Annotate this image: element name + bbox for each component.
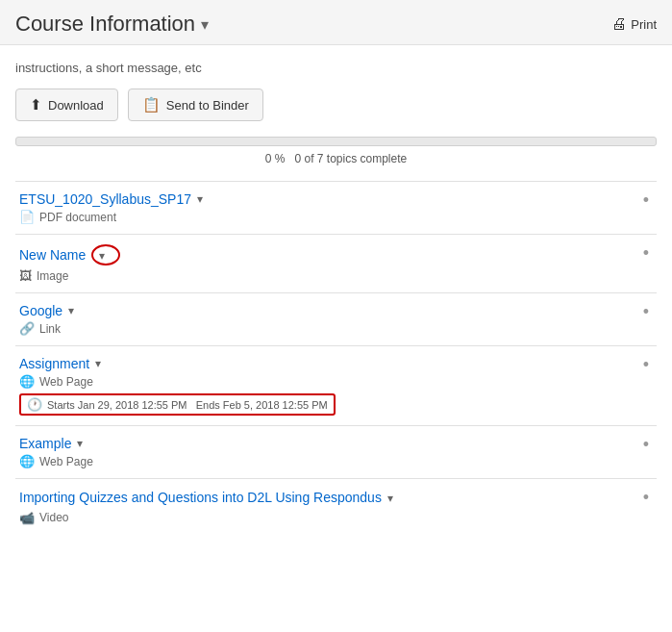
topic-options-dot[interactable]: •: [639, 356, 653, 373]
topic-type-row: 🌐 Web Page: [19, 374, 639, 389]
topic-left: Importing Quizzes and Questions into D2L…: [19, 489, 639, 525]
topic-type-row: 🌐 Web Page: [19, 454, 639, 468]
topic-type-label: Image: [37, 269, 68, 283]
topic-title-row: Example ▾: [19, 436, 639, 451]
binder-label: Send to Binder: [166, 98, 249, 113]
list-item: New Name ▾ 🖼 Image •: [15, 234, 657, 292]
action-buttons: ⬆ Download 📋 Send to Binder: [15, 88, 657, 121]
instructions-text: instructions, a short message, etc: [15, 61, 657, 75]
video-icon: 📹: [19, 511, 35, 525]
topic-chevron-icon[interactable]: ▾: [68, 304, 74, 317]
list-item: Importing Quizzes and Questions into D2L…: [15, 478, 657, 535]
download-button[interactable]: ⬆ Download: [15, 88, 118, 121]
topic-header: Google ▾ 🔗 Link •: [19, 303, 653, 336]
send-to-binder-button[interactable]: 📋 Send to Binder: [128, 88, 263, 121]
topic-chevron-icon[interactable]: ▾: [95, 357, 101, 370]
topic-left: New Name ▾ 🖼 Image: [19, 244, 639, 283]
progress-bar-container: [15, 137, 657, 146]
topic-chevron-icon[interactable]: ▾: [77, 437, 83, 450]
topic-type-row: 🖼 Image: [19, 268, 639, 283]
title-chevron-icon[interactable]: ▾: [201, 15, 209, 34]
topic-type-label: Link: [39, 322, 61, 336]
list-item: Assignment ▾ 🌐 Web Page 🕐 Starts Jan 29,…: [15, 345, 657, 425]
topic-options-dot[interactable]: •: [639, 244, 653, 262]
topic-chevron-icon[interactable]: ▾: [387, 492, 393, 505]
topic-list: ETSU_1020_Syllabus_SP17 ▾ 📄 PDF document…: [15, 181, 657, 535]
topic-header: ETSU_1020_Syllabus_SP17 ▾ 📄 PDF document…: [19, 191, 653, 224]
date-badge: 🕐 Starts Jan 29, 2018 12:55 PM Ends Feb …: [19, 393, 336, 416]
topic-type-row: 📄 PDF document: [19, 210, 639, 224]
topic-options-dot[interactable]: •: [639, 191, 653, 209]
annotation-circle: ▾: [91, 244, 120, 265]
clock-icon: 🕐: [27, 397, 42, 412]
binder-icon: 📋: [142, 96, 161, 114]
topic-options-dot[interactable]: •: [639, 489, 653, 506]
topic-type-label: PDF document: [39, 211, 116, 224]
download-icon: ⬆: [30, 96, 42, 114]
content-area: instructions, a short message, etc ⬆ Dow…: [0, 45, 672, 535]
topic-title-link[interactable]: New Name: [19, 247, 86, 263]
topic-title-link[interactable]: Example: [19, 436, 71, 451]
list-item: Google ▾ 🔗 Link •: [15, 292, 657, 345]
topic-type-label: Web Page: [39, 375, 93, 389]
topic-left: Google ▾ 🔗 Link: [19, 303, 639, 336]
download-label: Download: [48, 98, 104, 113]
topic-header: New Name ▾ 🖼 Image •: [19, 244, 653, 283]
topic-chevron-icon[interactable]: ▾: [197, 192, 203, 206]
topic-left: Assignment ▾ 🌐 Web Page 🕐 Starts Jan 29,…: [19, 356, 639, 416]
print-button[interactable]: 🖨 Print: [611, 15, 657, 33]
web-icon: 🌐: [19, 374, 35, 389]
topic-type-label: Web Page: [39, 455, 93, 468]
topic-title-row: Importing Quizzes and Questions into D2L…: [19, 489, 639, 508]
topic-options-dot[interactable]: •: [639, 303, 653, 320]
list-item: ETSU_1020_Syllabus_SP17 ▾ 📄 PDF document…: [15, 181, 657, 234]
topic-left: Example ▾ 🌐 Web Page: [19, 436, 639, 468]
web-icon: 🌐: [19, 454, 35, 468]
doc-icon: 📄: [19, 210, 35, 224]
topic-title-row: Google ▾: [19, 303, 639, 318]
topic-header: Example ▾ 🌐 Web Page •: [19, 436, 653, 468]
topic-type-label: Video: [39, 511, 68, 524]
topic-title-row: New Name ▾: [19, 244, 639, 265]
page-header: Course Information ▾ 🖨 Print: [0, 0, 672, 45]
topic-title-link[interactable]: Importing Quizzes and Questions into D2L…: [19, 489, 382, 508]
topic-left: ETSU_1020_Syllabus_SP17 ▾ 📄 PDF document: [19, 191, 639, 224]
topic-options-dot[interactable]: •: [639, 436, 653, 453]
link-icon: 🔗: [19, 321, 35, 336]
progress-percent: 0 %: [265, 152, 286, 165]
topic-title-row: Assignment ▾: [19, 356, 639, 371]
progress-text: 0 % 0 of 7 topics complete: [15, 152, 657, 165]
print-icon: 🖨: [611, 15, 627, 33]
topic-type-row: 📹 Video: [19, 511, 639, 525]
topic-header: Importing Quizzes and Questions into D2L…: [19, 489, 653, 525]
page-title: Course Information: [15, 12, 195, 37]
topic-title-link[interactable]: ETSU_1020_Syllabus_SP17: [19, 191, 191, 207]
topic-title-link[interactable]: Google: [19, 303, 62, 318]
topic-title-row: ETSU_1020_Syllabus_SP17 ▾: [19, 191, 639, 207]
progress-status: 0 of 7 topics complete: [294, 152, 407, 165]
title-area: Course Information ▾: [15, 12, 209, 37]
image-icon: 🖼: [19, 268, 32, 283]
topic-header: Assignment ▾ 🌐 Web Page 🕐 Starts Jan 29,…: [19, 356, 653, 416]
list-item: Example ▾ 🌐 Web Page •: [15, 425, 657, 478]
topic-type-row: 🔗 Link: [19, 321, 639, 336]
date-badge-text: Starts Jan 29, 2018 12:55 PM Ends Feb 5,…: [47, 399, 328, 411]
topic-title-link[interactable]: Assignment: [19, 356, 89, 371]
print-label: Print: [631, 17, 657, 32]
topic-chevron-icon[interactable]: ▾: [99, 249, 105, 263]
